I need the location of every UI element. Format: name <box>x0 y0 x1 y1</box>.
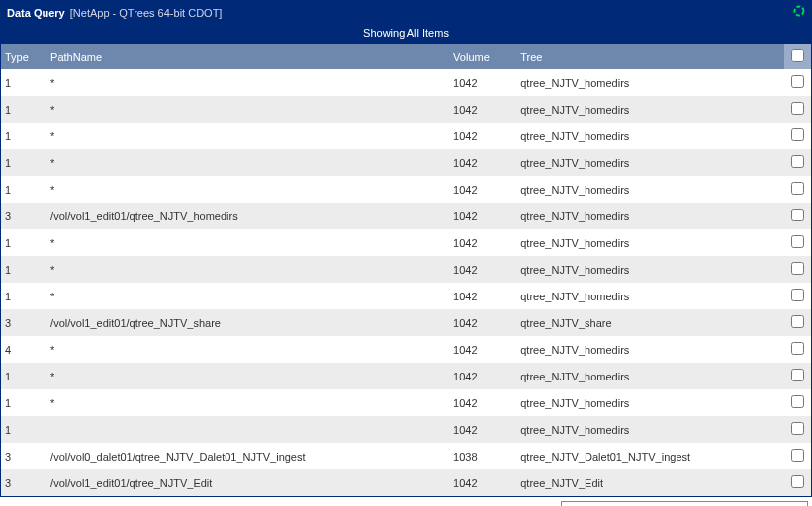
title-bar: Data Query [NetApp - QTrees 64-bit CDOT] <box>1 1 811 25</box>
cell-volume: 1042 <box>449 69 516 96</box>
cell-type: 1 <box>1 69 46 96</box>
cell-volume: 1042 <box>449 256 516 283</box>
cell-tree: qtree_NJTV_homedirs <box>516 176 784 203</box>
row-checkbox[interactable] <box>791 155 804 168</box>
cell-type: 1 <box>1 363 46 389</box>
cell-path: * <box>46 96 449 123</box>
cell-path: * <box>46 149 449 176</box>
cell-tree: qtree_NJTV_homedirs <box>516 149 784 176</box>
table-row[interactable]: 1*1042qtree_NJTV_homedirs <box>1 149 811 176</box>
cell-path: /vol/vol1_edit01/qtree_NJTV_share <box>46 309 449 336</box>
cell-type: 3 <box>1 309 46 336</box>
cell-checkbox <box>784 69 811 96</box>
row-checkbox[interactable] <box>791 395 804 408</box>
row-checkbox[interactable] <box>791 209 804 221</box>
table-row[interactable]: 3/vol/vol1_edit01/qtree_NJTV_share1042qt… <box>1 309 811 336</box>
cell-path: * <box>46 336 449 363</box>
cell-checkbox <box>784 416 811 443</box>
col-header-path[interactable]: PathName <box>46 44 449 69</box>
table-row[interactable]: 1*1042qtree_NJTV_homedirs <box>1 96 811 123</box>
table-row[interactable]: 1*1042qtree_NJTV_homedirs <box>1 389 811 416</box>
table-row[interactable]: 11042qtree_NJTV_homedirs <box>1 416 811 443</box>
cell-tree: qtree_NJTV_homedirs <box>516 363 784 389</box>
title-subtitle: [NetApp - QTrees 64-bit CDOT] <box>70 7 223 19</box>
table-row[interactable]: 1*1042qtree_NJTV_homedirs <box>1 256 811 283</box>
col-header-volume[interactable]: Volume <box>449 44 516 69</box>
cell-checkbox <box>784 149 811 176</box>
select-all-checkbox[interactable] <box>791 49 804 62</box>
cell-type: 1 <box>1 149 46 176</box>
cell-path: * <box>46 256 449 283</box>
table-row[interactable]: 1*1042qtree_NJTV_homedirs <box>1 69 811 96</box>
row-checkbox[interactable] <box>791 289 804 301</box>
cell-volume: 1042 <box>449 176 516 203</box>
row-checkbox[interactable] <box>791 342 804 355</box>
graph-type-select[interactable]: NetApp - QTree % 64-bit CDOT <box>561 501 808 506</box>
cell-tree: qtree_NJTV_homedirs <box>516 336 784 363</box>
table-row[interactable]: 1*1042qtree_NJTV_homedirs <box>1 176 811 203</box>
cell-checkbox <box>784 363 811 389</box>
loading-spinner-icon <box>793 5 805 17</box>
cell-volume: 1042 <box>449 389 516 416</box>
data-query-panel: Data Query [NetApp - QTrees 64-bit CDOT]… <box>0 0 812 497</box>
row-checkbox[interactable] <box>791 102 804 115</box>
table-row[interactable]: 1*1042qtree_NJTV_homedirs <box>1 363 811 389</box>
cell-path <box>46 416 449 443</box>
table-row[interactable]: 3/vol/vol0_dalet01/qtree_NJTV_Dalet01_NJ… <box>1 443 811 469</box>
table-row[interactable]: 3/vol/vol1_edit01/qtree_NJTV_Edit1042qtr… <box>1 469 811 496</box>
cell-checkbox <box>784 229 811 256</box>
row-checkbox[interactable] <box>791 182 804 195</box>
row-checkbox[interactable] <box>791 449 804 462</box>
cell-volume: 1042 <box>449 469 516 496</box>
col-header-checkbox[interactable] <box>784 44 811 69</box>
cell-volume: 1042 <box>449 203 516 229</box>
cell-path: * <box>46 389 449 416</box>
row-checkbox[interactable] <box>791 315 804 328</box>
cell-volume: 1042 <box>449 96 516 123</box>
cell-checkbox <box>784 176 811 203</box>
table-row[interactable]: 1*1042qtree_NJTV_homedirs <box>1 123 811 149</box>
cell-path: * <box>46 363 449 389</box>
cell-type: 1 <box>1 416 46 443</box>
cell-checkbox <box>784 123 811 149</box>
cell-path: * <box>46 229 449 256</box>
cell-tree: qtree_NJTV_Edit <box>516 469 784 496</box>
col-header-tree[interactable]: Tree <box>516 44 784 69</box>
cell-tree: qtree_NJTV_homedirs <box>516 256 784 283</box>
cell-tree: qtree_NJTV_Dalet01_NJTV_ingest <box>516 443 784 469</box>
row-checkbox[interactable] <box>791 75 804 88</box>
cell-path: * <box>46 123 449 149</box>
row-checkbox[interactable] <box>791 262 804 275</box>
cell-volume: 1042 <box>449 229 516 256</box>
cell-tree: qtree_NJTV_homedirs <box>516 416 784 443</box>
cell-type: 3 <box>1 469 46 496</box>
subheader: Showing All Items <box>1 25 811 44</box>
table-row[interactable]: 3/vol/vol1_edit01/qtree_NJTV_homedirs104… <box>1 203 811 229</box>
col-header-type[interactable]: Type <box>1 44 46 69</box>
cell-type: 1 <box>1 123 46 149</box>
cell-checkbox <box>784 256 811 283</box>
row-checkbox[interactable] <box>791 235 804 248</box>
cell-tree: qtree_NJTV_share <box>516 309 784 336</box>
row-checkbox[interactable] <box>791 369 804 381</box>
cell-volume: 1042 <box>449 123 516 149</box>
cell-volume: 1042 <box>449 363 516 389</box>
cell-volume: 1038 <box>449 443 516 469</box>
row-checkbox[interactable] <box>791 475 804 488</box>
cell-tree: qtree_NJTV_homedirs <box>516 229 784 256</box>
row-checkbox[interactable] <box>791 422 804 435</box>
title-text: Data Query <box>7 7 65 19</box>
row-checkbox[interactable] <box>791 128 804 141</box>
cell-type: 4 <box>1 336 46 363</box>
cell-path: /vol/vol1_edit01/qtree_NJTV_homedirs <box>46 203 449 229</box>
cell-path: * <box>46 69 449 96</box>
cell-type: 3 <box>1 443 46 469</box>
table-row[interactable]: 1*1042qtree_NJTV_homedirs <box>1 283 811 309</box>
cell-tree: qtree_NJTV_homedirs <box>516 203 784 229</box>
header-row: Type PathName Volume Tree <box>1 44 811 69</box>
table-row[interactable]: 4*1042qtree_NJTV_homedirs <box>1 336 811 363</box>
cell-tree: qtree_NJTV_homedirs <box>516 283 784 309</box>
cell-type: 1 <box>1 176 46 203</box>
cell-volume: 1042 <box>449 336 516 363</box>
table-row[interactable]: 1*1042qtree_NJTV_homedirs <box>1 229 811 256</box>
